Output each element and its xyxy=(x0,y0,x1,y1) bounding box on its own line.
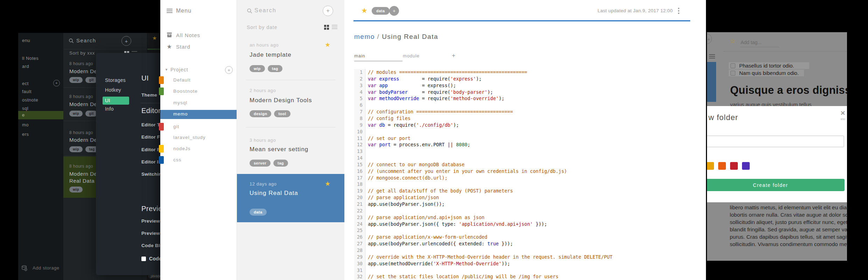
tag-pill[interactable]: tool xyxy=(274,110,290,117)
tag-pill[interactable]: wip xyxy=(69,77,83,83)
star-toggle-icon[interactable]: ★ xyxy=(361,6,368,15)
code-line[interactable]: 1// modules ============================… xyxy=(354,69,702,76)
note-title[interactable]: Jade template xyxy=(250,51,292,58)
tag-pill[interactable]: tag xyxy=(273,160,288,167)
tag-pill[interactable]: wip xyxy=(250,65,265,72)
settings-item[interactable]: Editor Theme xyxy=(141,122,161,127)
code-line[interactable]: 24app.use(bodyParser.json({ type: 'appli… xyxy=(354,221,702,227)
settings-item[interactable]: Preview Font Size xyxy=(141,218,161,224)
dark-new-note-button[interactable]: + xyxy=(121,36,131,46)
dark-sidebar-item[interactable]: mo xyxy=(22,122,29,127)
dark-sidebar-item[interactable]: enu xyxy=(22,38,30,43)
settings-item[interactable]: Switching Preview xyxy=(141,172,161,177)
code-line[interactable]: 14 xyxy=(354,155,702,161)
note-title[interactable]: Modern Des xyxy=(69,171,100,177)
code-line[interactable]: 10 xyxy=(354,128,702,135)
tag-pill[interactable]: tag xyxy=(268,65,282,72)
sidebar-folder-item[interactable]: memo xyxy=(173,111,188,117)
checkbox[interactable] xyxy=(730,63,735,68)
settings-item[interactable]: Editor Indent Style xyxy=(141,159,161,164)
tab-main[interactable]: main xyxy=(354,53,365,58)
add-storage-button[interactable]: Add storage xyxy=(21,264,63,273)
code-line[interactable]: 4var bodyParser = require('body-parser')… xyxy=(354,89,702,96)
code-line[interactable]: 8// config files xyxy=(354,115,702,122)
star-icon[interactable]: ★ xyxy=(152,35,157,41)
tag-pill[interactable]: wip xyxy=(69,146,83,152)
star-icon[interactable]: ★ xyxy=(325,41,330,49)
code-line[interactable]: 6 xyxy=(354,102,702,108)
code-line[interactable]: 29// override with the X-HTTP-Method-Ove… xyxy=(354,254,702,260)
code-line[interactable]: 21app.use(bodyParser.json()); xyxy=(354,201,702,208)
note-title[interactable]: Modern Des xyxy=(69,101,100,107)
tab-module[interactable]: module xyxy=(403,53,419,58)
dark-sidebar-item[interactable]: ostnote xyxy=(22,97,38,103)
code-line[interactable]: 31 xyxy=(354,267,702,274)
note-title[interactable]: Real Data xyxy=(69,178,94,184)
note-title[interactable]: Modern Des xyxy=(69,137,100,143)
code-line[interactable]: 16// (uncomment after you enter in your … xyxy=(354,168,702,175)
settings-item[interactable]: Editor Font Family xyxy=(141,147,161,152)
code-line[interactable]: 23// parse application/vnd.api+json as j… xyxy=(354,214,702,221)
folder-color-swatch[interactable] xyxy=(742,162,750,170)
code-line[interactable]: 22 xyxy=(354,208,702,214)
code-line[interactable]: 9var db = require('./config/db'); xyxy=(354,122,702,128)
sidebar-folder-item[interactable]: css xyxy=(173,157,181,162)
tag-pill[interactable]: git xyxy=(85,111,97,117)
settings-item[interactable]: Theme xyxy=(141,92,157,98)
tag-pill[interactable]: design xyxy=(250,110,271,117)
code-line[interactable]: 25 xyxy=(354,227,702,234)
code-line[interactable]: 2var express = require('express'); xyxy=(354,76,702,82)
note-title[interactable]: Modern Des xyxy=(69,68,100,74)
dark-sidebar-item[interactable]: ers xyxy=(22,132,29,137)
code-line[interactable]: 28 xyxy=(354,247,702,254)
kebab-menu-icon[interactable] xyxy=(678,8,679,14)
code-line[interactable]: 5var methodOverride = require('method-ov… xyxy=(354,95,702,102)
code-line[interactable]: 19// get all data/stuff of the body (POS… xyxy=(354,188,702,194)
sidebar-folder-item[interactable]: laravel_study xyxy=(173,135,206,140)
settings-item[interactable]: Preview Font Family xyxy=(141,231,161,236)
add-snippet-button[interactable]: + xyxy=(452,52,455,59)
note-tag[interactable]: data xyxy=(372,7,390,15)
breadcrumb-folder[interactable]: memo xyxy=(354,33,375,40)
dark-sidebar-item[interactable]: e xyxy=(22,112,25,118)
add-tag-button[interactable]: + xyxy=(389,6,399,16)
dark-folder-selected-row[interactable] xyxy=(18,111,63,119)
tag-pill[interactable]: wip xyxy=(69,111,83,117)
create-folder-button[interactable]: Create folder xyxy=(707,179,845,191)
dark-sidebar-item[interactable]: fault xyxy=(22,89,31,94)
sidebar-folder-item[interactable]: Default xyxy=(173,77,191,83)
code-line[interactable]: 32// set the static files location /publ… xyxy=(354,273,702,280)
code-line[interactable]: 3var app = express(); xyxy=(354,82,702,89)
code-line[interactable]: 26// parse application/x-www-form-urlenc… xyxy=(354,234,702,240)
add-folder-button[interactable]: + xyxy=(53,80,60,86)
folder-name-input[interactable] xyxy=(707,135,844,147)
code-block-checkbox[interactable] xyxy=(141,257,146,261)
tag-pill[interactable]: server xyxy=(250,160,271,167)
tag-pill[interactable]: wip xyxy=(69,187,83,192)
sidebar-folder-item[interactable]: git xyxy=(173,124,179,129)
folder-color-swatch[interactable] xyxy=(730,162,738,170)
settings-item[interactable]: Code Block Theme xyxy=(141,243,161,248)
note-title[interactable]: memo / Using Real Data xyxy=(354,33,438,41)
dark-sidebar-item[interactable]: ard xyxy=(22,64,29,69)
sidebar-folder-item[interactable]: nodeJs xyxy=(173,146,191,151)
close-icon[interactable]: ✕ xyxy=(840,110,845,117)
note-title[interactable]: Using Real Data xyxy=(250,190,298,197)
code-line[interactable]: 20// parse application/json xyxy=(354,194,702,201)
code-line[interactable]: 17// mongoose.connect(db.url); xyxy=(354,175,702,181)
folder-color-swatch[interactable] xyxy=(718,162,726,170)
code-line[interactable]: 15// connect to our mongoDB database xyxy=(354,161,702,168)
note-title[interactable]: Modern Design Tools xyxy=(250,97,312,104)
settings-item[interactable]: Editor Font Size xyxy=(141,134,161,140)
code-line[interactable]: 11// set our port xyxy=(354,135,702,142)
star-icon[interactable]: ★ xyxy=(325,180,330,188)
checkbox[interactable] xyxy=(730,71,735,76)
code-line[interactable]: 27app.use(bodyParser.urlencoded({ extend… xyxy=(354,240,702,247)
code-line[interactable]: 30app.use(methodOverride('X-HTTP-Method-… xyxy=(354,260,702,267)
tag-pill[interactable]: data xyxy=(250,209,267,216)
tag-pill[interactable]: git xyxy=(85,77,97,83)
code-line[interactable]: 13 xyxy=(354,148,702,155)
folder-color-swatch[interactable] xyxy=(707,162,714,170)
note-title[interactable]: Mean server setting xyxy=(250,146,308,153)
sidebar-folder-item[interactable]: mysql xyxy=(173,100,187,105)
